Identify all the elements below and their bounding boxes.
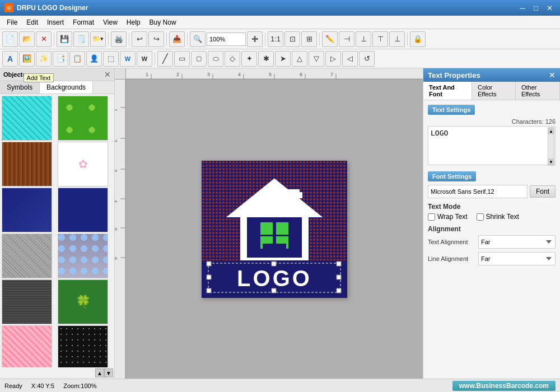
zoom-in-button[interactable]: ➕: [247, 31, 263, 47]
bg-item-4[interactable]: ✿: [58, 142, 108, 186]
bg-item-9[interactable]: [2, 279, 52, 324]
down-triangle-tool[interactable]: ▽: [309, 51, 324, 67]
line-tool[interactable]: ╱: [157, 51, 173, 67]
wrap-text-checkbox[interactable]: [428, 213, 435, 221]
bg-item-12[interactable]: [58, 325, 108, 367]
back-tool[interactable]: ◁: [342, 51, 358, 67]
play-tool[interactable]: ▷: [325, 51, 341, 67]
layer-tool[interactable]: 📑: [53, 51, 68, 67]
text-alignment-select[interactable]: Near Center Far: [478, 235, 556, 249]
minimize-button[interactable]: ─: [516, 2, 529, 14]
text-scroll-up[interactable]: ▲: [548, 128, 554, 134]
canvas-viewport[interactable]: LOGO: [126, 80, 423, 379]
user-tool[interactable]: 👤: [86, 51, 102, 67]
browse-button[interactable]: 📁▾: [90, 31, 106, 47]
bg-item-8[interactable]: [58, 234, 108, 278]
font-button[interactable]: Font: [530, 185, 556, 198]
tools-bar: A 🖼️ ✨ 📑 📋 👤 ⬚ W W ╱ ▭ ▢ ⬭ ◇ ✦ ✱ ➤ △ ▽ ▷…: [0, 49, 560, 68]
lock-button[interactable]: 🔒: [410, 31, 426, 47]
open-button[interactable]: 📂: [19, 31, 35, 47]
new-button[interactable]: 📄: [2, 31, 18, 47]
font-name-input[interactable]: [428, 185, 528, 198]
bg-item-11[interactable]: [2, 325, 52, 367]
window-close-button[interactable]: ✕: [543, 2, 556, 14]
menu-help[interactable]: Help: [122, 17, 145, 27]
shrink-text-checkbox[interactable]: [477, 213, 484, 221]
ellipse-tool[interactable]: ⬭: [208, 51, 223, 67]
select-rect-tool[interactable]: ⬚: [103, 51, 119, 67]
bg-item-10[interactable]: 🍀: [58, 279, 108, 324]
maximize-button[interactable]: □: [530, 2, 542, 14]
chars-value: 126: [545, 118, 556, 125]
ruler-vertical: 1 2 3 4 5 6: [115, 80, 126, 379]
align-top-button[interactable]: ⊤: [372, 31, 388, 47]
bg-scroll-up[interactable]: ▲: [95, 368, 104, 377]
redo-button[interactable]: ↪: [148, 31, 164, 47]
text-wave-tool[interactable]: W: [120, 51, 136, 67]
copy-tool[interactable]: 📋: [69, 51, 85, 67]
edit-mode-button[interactable]: ✏️: [322, 31, 338, 47]
svg-text:5: 5: [269, 72, 272, 77]
word-art-tool[interactable]: W: [137, 51, 152, 67]
saveas-button[interactable]: 🗒️: [73, 31, 89, 47]
arrow-tool[interactable]: ➤: [275, 51, 291, 67]
text-input[interactable]: LOGO: [428, 126, 556, 165]
close-file-button[interactable]: ✕: [36, 31, 52, 47]
print-button[interactable]: 🖨️: [111, 31, 127, 47]
panel-close-button[interactable]: ✕: [104, 70, 111, 79]
app-title: DRPU LOGO Designer: [17, 4, 88, 12]
align-bottom-button[interactable]: ⊥: [389, 31, 405, 47]
select-tool[interactable]: A: [2, 51, 18, 67]
bg-item-2[interactable]: [58, 96, 108, 141]
zoom-input[interactable]: 100%: [207, 32, 246, 46]
canvas-area: 1 2 3 4 5 6 7 1 2: [115, 68, 423, 379]
menu-format[interactable]: Format: [68, 17, 99, 27]
line-alignment-select[interactable]: Near Center Far: [478, 252, 556, 265]
star6-tool[interactable]: ✱: [258, 51, 274, 67]
zoom-out-button[interactable]: 🔍: [190, 31, 206, 47]
zoom-fit-button[interactable]: ⊡: [284, 31, 300, 47]
shrink-text-label: Shrink Text: [486, 213, 519, 221]
bg-item-5[interactable]: [2, 188, 52, 232]
align-left-button[interactable]: ⊣: [339, 31, 354, 47]
bg-item-1[interactable]: [2, 96, 52, 141]
diamond-tool[interactable]: ◇: [225, 51, 240, 67]
tab-other-effects[interactable]: Other Effects: [516, 82, 560, 100]
bg-item-3[interactable]: [2, 142, 52, 186]
svg-text:3: 3: [207, 72, 210, 77]
tab-backgrounds[interactable]: Backgrounds: [40, 81, 93, 94]
rounded-rect-tool[interactable]: ▢: [191, 51, 207, 67]
undo-button[interactable]: ↩: [132, 31, 147, 47]
tab-color-effects[interactable]: Color Effects: [472, 82, 516, 100]
import-button[interactable]: 📥: [169, 31, 185, 47]
text-scroll-down[interactable]: ▼: [548, 158, 554, 165]
right-panel-close-button[interactable]: ✕: [549, 71, 556, 80]
save-button[interactable]: 💾: [57, 31, 72, 47]
menu-buynow[interactable]: Buy Now: [145, 17, 181, 27]
right-panel: Text Properties ✕ Text And Font Color Ef…: [423, 68, 560, 379]
font-settings-label: Font Settings: [428, 171, 476, 181]
grid-button[interactable]: ⊞: [301, 31, 317, 47]
line-alignment-label: Line Alignment: [428, 255, 478, 262]
menu-insert[interactable]: Insert: [43, 17, 68, 27]
design-canvas[interactable]: LOGO: [202, 161, 347, 298]
bg-item-7[interactable]: [2, 234, 52, 278]
align-center-h-button[interactable]: ⊥: [356, 31, 371, 47]
effect-tool[interactable]: ✨: [36, 51, 52, 67]
menu-edit[interactable]: Edit: [22, 17, 43, 27]
tab-text-and-font[interactable]: Text And Font: [423, 82, 472, 100]
alignment-label: Alignment: [428, 225, 556, 233]
rect-tool[interactable]: ▭: [174, 51, 190, 67]
app-icon: D: [4, 3, 13, 12]
curve-tool[interactable]: ↺: [359, 51, 375, 67]
image-tool[interactable]: 🖼️: [19, 51, 35, 67]
zoom-100-button[interactable]: 1:1: [268, 31, 283, 47]
menu-file[interactable]: File: [2, 17, 22, 27]
star5-tool[interactable]: ✦: [241, 51, 257, 67]
tab-symbols[interactable]: Symbols: [0, 81, 40, 94]
bg-item-6[interactable]: [58, 188, 108, 232]
menu-view[interactable]: View: [99, 17, 122, 27]
backgrounds-panel: ✿ 🍀: [0, 94, 114, 367]
triangle-tool[interactable]: △: [292, 51, 307, 67]
bg-scroll-down[interactable]: ▼: [104, 368, 113, 377]
